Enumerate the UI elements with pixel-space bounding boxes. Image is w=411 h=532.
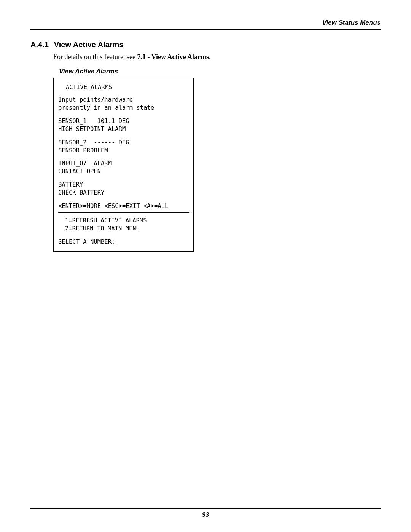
nav-hint: <ENTER>=MORE <ESC>=EXIT <A>=ALL <box>58 202 189 210</box>
para-prefix: For details on this feature, see <box>53 53 137 61</box>
menu-options: 1=REFRESH ACTIVE ALARMS 2=RETURN TO MAIN… <box>65 217 189 233</box>
panel-divider <box>58 212 189 213</box>
terminal-panel: ACTIVE ALARMS Input points/hardware pres… <box>53 78 194 252</box>
terminal-title: ACTIVE ALARMS <box>66 83 189 91</box>
menu-option[interactable]: 1=REFRESH ACTIVE ALARMS <box>65 217 189 225</box>
alarm-entry: BATTERY CHECK BATTERY <box>58 181 189 197</box>
alarm-entry: INPUT_07 ALARM CONTACT OPEN <box>58 160 189 176</box>
panel-caption: View Active Alarms <box>59 68 381 75</box>
desc-line: presently in an alarm state <box>58 104 189 112</box>
cross-reference[interactable]: 7.1 - View Active Alarms <box>137 53 209 61</box>
page-footer: 93 <box>30 508 381 518</box>
footer-rule <box>30 508 381 509</box>
section-number: A.4.1 <box>30 40 49 49</box>
alarm-line: SENSOR_2 ------ DEG <box>58 139 189 147</box>
section-title: View Active Alarms <box>54 40 124 49</box>
menu-option[interactable]: 2=RETURN TO MAIN MENU <box>65 225 189 233</box>
alarm-line: INPUT_07 ALARM <box>58 160 189 168</box>
alarm-line: HIGH SETPOINT ALARM <box>58 125 189 133</box>
page-number: 93 <box>30 511 381 518</box>
alarm-entry: SENSOR_2 ------ DEG SENSOR PROBLEM <box>58 139 189 155</box>
para-suffix: . <box>209 53 211 61</box>
desc-line: Input points/hardware <box>58 96 189 104</box>
input-prompt[interactable]: SELECT A NUMBER:_ <box>58 238 189 246</box>
page: View Status Menus A.4.1View Active Alarm… <box>0 0 411 532</box>
section-heading: A.4.1View Active Alarms <box>30 40 381 49</box>
alarm-entry: SENSOR_1 101.1 DEG HIGH SETPOINT ALARM <box>58 117 189 133</box>
alarm-line: SENSOR PROBLEM <box>58 147 189 155</box>
section-paragraph: For details on this feature, see 7.1 - V… <box>53 53 381 61</box>
running-head: View Status Menus <box>30 19 381 27</box>
alarm-line: SENSOR_1 101.1 DEG <box>58 117 189 125</box>
header-rule <box>30 29 381 30</box>
terminal-description: Input points/hardware presently in an al… <box>58 96 189 112</box>
alarm-line: CONTACT OPEN <box>58 168 189 176</box>
alarm-line: BATTERY <box>58 181 189 189</box>
alarm-line: CHECK BATTERY <box>58 189 189 197</box>
